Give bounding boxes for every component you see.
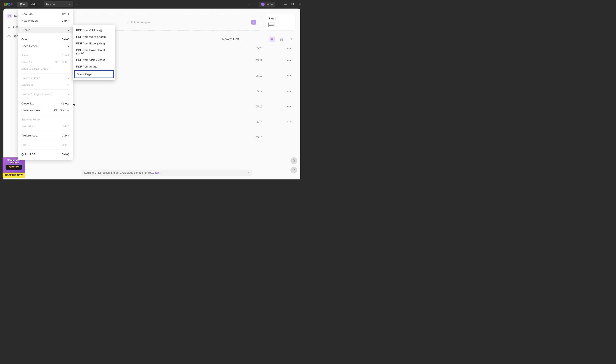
menu-shortcut: Ctrl+N [62, 19, 69, 22]
file-date: 05/19 [256, 74, 281, 77]
menu-separator [21, 89, 70, 90]
menu-item-open-recent[interactable]: Open Recent▶ [18, 43, 73, 49]
svg-rect-1 [271, 38, 272, 39]
create-item-pdf-from-caj-caj-[interactable]: PDF from CAJ (.caj) [73, 27, 115, 34]
menu-item-label: New Tab [21, 13, 32, 16]
menu-item-protect-using-password: Protect Using Password▶ [18, 91, 73, 97]
more-icon[interactable]: ••• [285, 89, 293, 93]
create-item-pdf-from-word-docx-[interactable]: PDF from Word (.docx) [73, 34, 115, 40]
file-menu-button[interactable]: File [17, 2, 27, 7]
menu-separator [21, 140, 70, 140]
menu-shortcut: Ctrl+S [62, 54, 69, 57]
menu-item-label: Create [21, 28, 30, 32]
menu-item-label: Preferences... [21, 134, 39, 137]
menu-item-preferences-[interactable]: Preferences...Ctrl+K [18, 132, 73, 139]
menu-item-create[interactable]: Create▶ [18, 27, 73, 33]
sort-dropdown[interactable]: Newest First ▾ [222, 37, 242, 41]
login-banner: Login to UPDF account to get 1 GB cloud … [81, 169, 252, 176]
help-button[interactable]: ? [290, 167, 297, 173]
help-menu-button[interactable]: Help [27, 2, 39, 7]
menu-separator [21, 99, 70, 99]
create-item-blank-page[interactable]: Blank Page [74, 70, 114, 78]
menu-item-close-window[interactable]: Close WindowCtrl+Shift+W [18, 107, 73, 113]
menu-shortcut: Ctrl+K [62, 134, 69, 137]
list-view-button[interactable] [270, 37, 275, 42]
maximize-icon[interactable]: ❐ [290, 3, 295, 6]
promo-line: Features [4, 161, 24, 164]
batch-icon [268, 22, 274, 27]
menu-item-label: Open... [21, 38, 31, 41]
more-icon[interactable]: ••• [285, 59, 293, 62]
menu-item-label: New Window [21, 19, 38, 22]
sidebar-item-starred[interactable]: Star [7, 25, 18, 28]
chevron-right-icon: ▶ [68, 84, 69, 86]
tab-new[interactable]: New Tab × [44, 1, 73, 7]
menu-item-label: Close Tab [21, 102, 34, 105]
menu-separator [21, 115, 70, 115]
more-icon[interactable]: ••• [285, 46, 293, 50]
banner-text: Login to UPDF account to get 1 GB cloud … [84, 171, 153, 174]
chevron-right-icon: ▶ [68, 29, 69, 31]
menu-item-open-[interactable]: Open...Ctrl+O [18, 36, 73, 43]
create-item-pdf-from-power-point-pptx-[interactable]: PDF from Power Point (.pptx) [73, 47, 115, 57]
chevron-down-icon: ▾ [240, 37, 242, 41]
menu-item-label: Protect Using Password [21, 92, 52, 96]
create-item-pdf-from-excel-xlsx-[interactable]: PDF from Excel (.xlsx) [73, 40, 115, 47]
batch-title: Batch [268, 17, 292, 20]
chevron-down-icon[interactable]: ⌄ [246, 3, 250, 6]
open-hint: e file here to open [127, 21, 150, 24]
app-logo: UPDF [2, 2, 15, 6]
menu-item-new-tab[interactable]: New TabCtrl+T [18, 11, 73, 17]
menu-item-export-to: Export To▶ [18, 81, 73, 88]
menu-shortcut: Ctrl+Shift+W [54, 109, 69, 112]
more-icon[interactable]: ••• [285, 120, 293, 124]
avatar-icon [261, 2, 265, 6]
menu-shortcut: Ctrl+Q [62, 153, 69, 156]
svg-rect-4 [271, 39, 272, 40]
menu-item-label: Print... [21, 143, 30, 146]
menu-separator [21, 25, 70, 26]
arrow-right-icon[interactable]: › [251, 20, 256, 25]
menu-item-label: Properties... [21, 125, 37, 128]
grid-view-button[interactable] [279, 37, 284, 42]
menu-item-save: SaveCtrl+S [18, 52, 73, 59]
file-date: 05/16 [256, 105, 281, 108]
minimize-icon[interactable]: — [283, 3, 287, 6]
sidebar-item-cloud[interactable]: UPD [7, 35, 19, 38]
chevron-right-icon: ▶ [68, 45, 69, 47]
file-date: 05/22 [256, 59, 281, 62]
menu-item-show-in-folder: Show in Folder [18, 116, 73, 123]
sidebar: Rece Star UPD [3, 9, 18, 180]
trash-button[interactable] [288, 37, 293, 42]
more-icon[interactable]: ••• [285, 74, 293, 78]
upgrade-button[interactable]: UPGRADE NOW [2, 173, 25, 178]
create-item-pdf-from-visio-vsdx-[interactable]: PDF from Visio (.vsdx) [73, 57, 115, 63]
menu-item-new-window[interactable]: New WindowCtrl+N [18, 17, 73, 24]
batch-card[interactable]: Batch [265, 14, 295, 31]
menu-item-label: Export To [21, 83, 34, 86]
more-icon[interactable]: ••• [285, 105, 293, 108]
menu-item-close-tab[interactable]: Close TabCtrl+W [18, 100, 73, 107]
menu-shortcut: Ctrl+W [61, 102, 69, 105]
menu-item-label: Quit UPDF [21, 153, 35, 156]
menu-item-properties-: Properties...Ctrl+D [18, 123, 73, 130]
menu-item-quit-updf[interactable]: Quit UPDFCtrl+Q [18, 151, 73, 158]
cloud-icon [7, 35, 11, 38]
upgrade-promo[interactable]: 9 Upgraded Features $ 2?.?? UPGRADE NOW [2, 157, 25, 178]
close-window-icon[interactable]: ✕ [298, 3, 302, 6]
sidebar-label: Star [13, 25, 18, 28]
menu-shortcut: Ctrl+D [62, 125, 69, 128]
search-button[interactable] [290, 157, 297, 164]
menu-item-label: Open Recent [21, 44, 39, 48]
close-icon[interactable]: × [248, 171, 249, 174]
close-icon[interactable]: × [69, 2, 70, 6]
create-item-pdf-from-image[interactable]: PDF from Image [73, 63, 115, 70]
file-date: 05/17 [256, 90, 281, 93]
login-button[interactable]: Login [259, 2, 275, 7]
create-submenu: PDF from CAJ (.caj)PDF from Word (.docx)… [73, 25, 115, 80]
menu-item-label: Close Window [21, 108, 40, 112]
add-tab-button[interactable]: + [76, 2, 78, 6]
separator: | [279, 3, 279, 6]
menu-separator [21, 35, 70, 35]
banner-login-link[interactable]: Login [153, 171, 160, 174]
